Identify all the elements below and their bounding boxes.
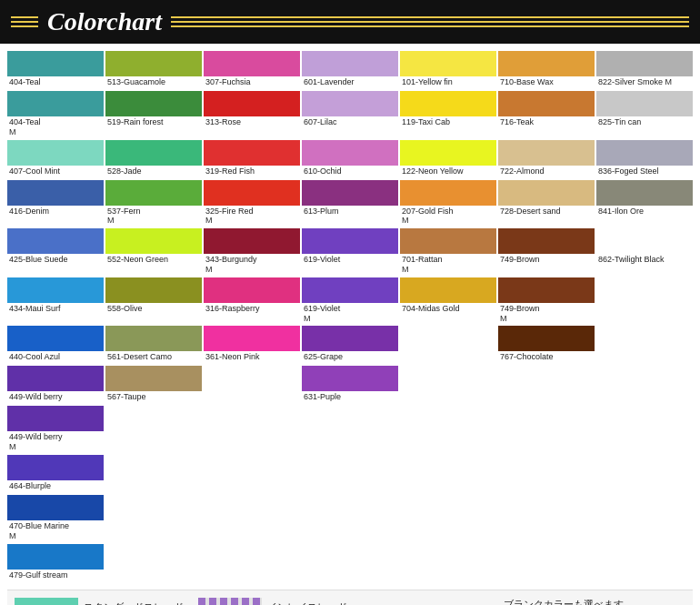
color-label: 558-Olive [105, 303, 202, 315]
color-cell: 607-Lilac [302, 91, 398, 138]
color-cell: 528-Jade [105, 140, 202, 178]
color-label: 122-Neon Yellow [400, 166, 496, 177]
color-label: 404-Teal [7, 76, 104, 88]
color-label: 207-Gold Fish M [400, 206, 496, 227]
color-cell: 631-Puple [302, 366, 398, 404]
blank-colors-title: ブランクカラーも選べます。 [504, 598, 685, 605]
color-swatch [498, 228, 595, 254]
color-cell: 313-Rose [204, 91, 300, 138]
color-label: 749-Brown [498, 254, 595, 266]
color-label: 619-Violet [302, 254, 398, 266]
color-swatch [7, 326, 104, 351]
color-cell [596, 406, 693, 453]
color-swatch [596, 140, 693, 166]
color-label: 862-Twilight Black [596, 254, 693, 266]
color-label: 407-Cool Mint [7, 166, 104, 177]
color-cell: 749-Brown M [498, 277, 595, 325]
color-cell: 434-Maui Surf [7, 277, 104, 325]
color-label: 561-Desert Camo [105, 351, 202, 363]
color-swatch [498, 326, 595, 351]
color-swatch [7, 51, 104, 76]
color-label: 710-Base Wax [498, 76, 595, 88]
color-cell: 537-Fern M [105, 180, 202, 227]
color-swatch [596, 51, 693, 76]
color-label: 119-Taxi Cab [400, 116, 496, 128]
color-label: 425-Blue Suede [7, 254, 104, 266]
color-cell [498, 406, 595, 453]
color-cell [302, 495, 398, 542]
color-swatch [105, 140, 202, 166]
color-cell: 404-Teal [7, 51, 104, 89]
color-label: 537-Fern M [105, 206, 202, 227]
color-cell [400, 366, 496, 404]
standard-swatch [15, 598, 78, 605]
color-cell [596, 366, 693, 404]
color-cell: 601-Lavender [302, 51, 398, 89]
legend-row: スタンダードスレッド インレイスレッド [15, 598, 495, 605]
color-cell [400, 544, 496, 582]
header: Colorchart [0, 0, 700, 44]
standard-label: スタンダードスレッド [84, 600, 184, 605]
color-cell [498, 366, 595, 404]
color-label: 470-Blue Marine M [7, 520, 104, 542]
standard-legend: スタンダードスレッド [15, 598, 184, 605]
color-cell [204, 495, 300, 542]
color-swatch [596, 180, 693, 206]
color-cell: 407-Cool Mint [7, 140, 104, 178]
color-cell: 610-Ochid [302, 140, 398, 178]
color-label: 343-Burgundy M [204, 254, 300, 276]
color-swatch [498, 180, 595, 206]
color-label: 449-Wild berry M [7, 431, 104, 453]
color-label: 567-Taupe [105, 391, 202, 403]
color-swatch [204, 51, 300, 76]
legend-notes-area: スタンダードスレッド インレイスレッド M・・・マット表記・マットは糸が透けない… [15, 598, 495, 605]
color-label: 101-Yellow fin [400, 76, 496, 88]
color-swatch [7, 140, 104, 166]
color-swatch [302, 326, 398, 351]
color-swatch [204, 326, 300, 351]
color-cell: 101-Yellow fin [400, 51, 496, 89]
color-label: 404-Teal M [7, 116, 104, 138]
color-swatch [204, 180, 300, 206]
color-cell [498, 455, 595, 493]
color-swatch [105, 366, 202, 391]
color-cell: 479-Gulf stream [7, 544, 104, 582]
color-cell [105, 455, 202, 493]
color-cell: 613-Plum [302, 180, 398, 227]
color-cell: 822-Silver Smoke M [596, 51, 693, 89]
color-cell: 567-Taupe [105, 366, 202, 404]
color-cell: 558-Olive [105, 277, 202, 325]
header-right-decoration [171, 16, 689, 27]
color-cell: 519-Rain forest [105, 91, 202, 138]
color-swatch [204, 277, 300, 303]
color-cell [302, 544, 398, 582]
color-label: 552-Neon Green [105, 254, 202, 266]
color-swatch [302, 180, 398, 206]
color-label: 825-Tin can [596, 116, 693, 128]
color-cell: 561-Desert Camo [105, 326, 202, 364]
color-swatch [302, 277, 398, 303]
color-swatch [302, 228, 398, 254]
color-label: 313-Rose [204, 116, 300, 128]
color-label: 631-Puple [302, 391, 398, 403]
inlay-legend: インレイスレッド [198, 598, 347, 605]
color-label: 619-Violet M [302, 303, 398, 325]
color-label: 513-Guacamole [105, 76, 202, 88]
color-cell: 319-Red Fish [204, 140, 300, 178]
color-cell [302, 455, 398, 493]
color-cell: 619-Violet [302, 228, 398, 276]
color-cell: 416-Denim [7, 180, 104, 227]
color-swatch [400, 228, 496, 254]
color-label: 701-Rattan M [400, 254, 496, 276]
color-cell: 625-Grape [302, 326, 398, 364]
color-cell [400, 326, 496, 364]
color-swatch [7, 544, 104, 570]
color-swatch [7, 455, 104, 480]
color-cell: 343-Burgundy M [204, 228, 300, 276]
color-cell: 836-Foged Steel [596, 140, 693, 178]
color-label: 449-Wild berry [7, 391, 104, 403]
color-cell: 119-Taxi Cab [400, 91, 496, 138]
color-swatch [302, 140, 398, 166]
color-swatch [302, 91, 398, 116]
color-cell: 464-Blurple [7, 455, 104, 493]
